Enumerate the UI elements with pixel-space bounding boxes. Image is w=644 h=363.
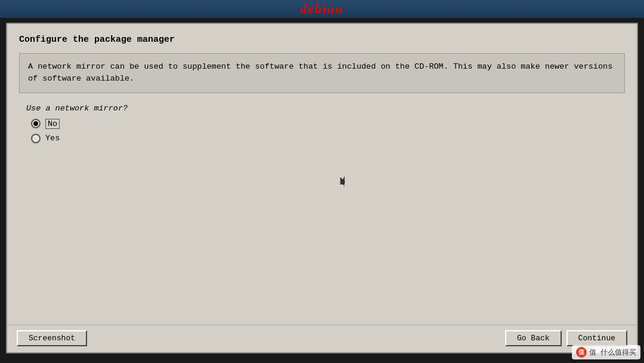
watermark-text: 值 什么值得买 — [589, 347, 636, 358]
radio-button-no[interactable] — [31, 119, 41, 128]
radio-group: No Yes — [31, 119, 625, 143]
watermark: 值 值 什么值得买 — [572, 345, 640, 359]
top-bar: debian — [0, 0, 644, 18]
radio-item-no[interactable]: No — [31, 119, 625, 129]
description-text: A network mirror can be used to suppleme… — [28, 62, 612, 83]
watermark-icon: 值 — [576, 347, 587, 358]
radio-inner-no — [33, 121, 38, 126]
radio-label-yes: Yes — [45, 134, 60, 143]
continue-button[interactable]: Continue — [566, 330, 627, 346]
spacer — [19, 143, 625, 319]
radio-label-no: No — [45, 119, 60, 129]
bottom-bar: Screenshot Go Back Continue — [7, 325, 637, 352]
radio-button-yes[interactable] — [31, 134, 41, 143]
screenshot-button[interactable]: Screenshot — [17, 330, 87, 346]
main-container: Configure the package manager A network … — [6, 23, 638, 353]
go-back-button[interactable]: Go Back — [505, 330, 562, 346]
nav-buttons: Go Back Continue — [505, 330, 627, 346]
content-area: Configure the package manager A network … — [7, 24, 637, 325]
radio-item-yes[interactable]: Yes — [31, 134, 625, 143]
description-box: A network mirror can be used to suppleme… — [19, 53, 625, 93]
question-label: Use a network mirror? — [26, 104, 625, 113]
page-title: Configure the package manager — [19, 35, 625, 45]
debian-logo: debian — [300, 1, 343, 17]
